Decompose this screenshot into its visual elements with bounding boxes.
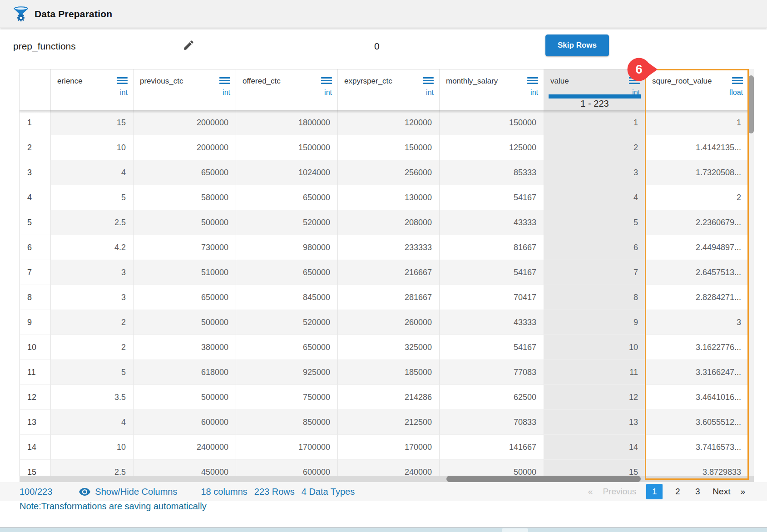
- status-bar: 100/223 Show/Hide Columns 18 columns 223…: [0, 482, 767, 501]
- cell-monthly_salary: 85333: [439, 160, 544, 185]
- horizontal-scrollbar-thumb[interactable]: [446, 476, 641, 482]
- table-row: 455800006500001300005416742: [20, 185, 748, 210]
- cell-expyrsper_ctc: 281667: [337, 285, 439, 310]
- column-header-expyrsper_ctc[interactable]: expyrsper_ctcint: [337, 69, 439, 110]
- column-type-label: int: [120, 89, 128, 97]
- column-type-label: int: [530, 89, 538, 97]
- column-menu-icon[interactable]: [732, 77, 743, 85]
- visible-rows-count: 100/223: [20, 487, 52, 497]
- table-row: 13460000085000021250070833133.6055512...: [20, 410, 748, 435]
- columns-count: 18 columns: [201, 487, 247, 497]
- cell-previous_ctc: 618000: [133, 360, 236, 385]
- edit-dataset-name-button[interactable]: [181, 38, 196, 54]
- table-row: 10238000065000032500054167103.1622776...: [20, 335, 748, 360]
- column-step-badge: 6: [627, 57, 658, 82]
- cell-expyrsper_ctc: 120000: [337, 110, 439, 135]
- row-index: 3: [20, 160, 50, 185]
- cell-squre_root_value: 3.7416573...: [645, 435, 748, 460]
- cell-expyrsper_ctc: 170000: [337, 435, 439, 460]
- cell-squre_root_value: 3: [645, 310, 748, 335]
- badge-number: 6: [635, 63, 642, 76]
- cell-offered_ctc: 1500000: [236, 135, 337, 160]
- column-name: erience: [57, 77, 83, 86]
- cell-erience: 3.5: [50, 385, 133, 410]
- column-header-monthly_salary[interactable]: monthly_salaryint: [439, 69, 544, 110]
- column-type-label: float: [729, 89, 743, 97]
- previous-page-button[interactable]: Previous: [603, 487, 636, 497]
- eye-icon: [79, 486, 91, 498]
- cell-previous_ctc: 2400000: [133, 435, 236, 460]
- cell-value: 13: [544, 410, 645, 435]
- cell-offered_ctc: 1700000: [236, 435, 337, 460]
- cell-value: 5: [544, 210, 645, 235]
- cell-previous_ctc: 500000: [133, 210, 236, 235]
- cell-previous_ctc: 510000: [133, 260, 236, 285]
- cell-erience: 4.2: [50, 235, 133, 260]
- show-hide-columns-button[interactable]: Show/Hide Columns: [79, 486, 177, 498]
- cell-expyrsper_ctc: 212500: [337, 410, 439, 435]
- previous-page-chevron-icon[interactable]: «: [588, 487, 593, 497]
- cell-previous_ctc: 650000: [133, 285, 236, 310]
- data-table: erienceintprevious_ctcintoffered_ctcinte…: [20, 69, 748, 476]
- cell-monthly_salary: 70417: [439, 285, 544, 310]
- page-button-2[interactable]: 2: [673, 487, 683, 497]
- row-index: 8: [20, 285, 50, 310]
- cell-expyrsper_ctc: 240000: [337, 460, 439, 476]
- cell-squre_root_value: 1.7320508...: [645, 160, 748, 185]
- rows-count: 223 Rows: [254, 487, 295, 497]
- cell-erience: 4: [50, 160, 133, 185]
- column-menu-icon[interactable]: [423, 77, 434, 85]
- cell-monthly_salary: 81667: [439, 235, 544, 260]
- cell-value: 10: [544, 335, 645, 360]
- dataset-name-input[interactable]: [12, 35, 178, 57]
- cell-erience: 5: [50, 360, 133, 385]
- row-index: 10: [20, 335, 50, 360]
- cell-monthly_salary: 141667: [439, 435, 544, 460]
- cell-expyrsper_ctc: 233333: [337, 235, 439, 260]
- cell-previous_ctc: 580000: [133, 185, 236, 210]
- column-menu-icon[interactable]: [117, 77, 128, 85]
- column-name: previous_ctc: [140, 77, 183, 86]
- table-row: 123.550000075000021428662500123.4641016.…: [20, 385, 748, 410]
- cell-monthly_salary: 54167: [439, 335, 544, 360]
- skip-rows-input[interactable]: [373, 35, 540, 57]
- cell-previous_ctc: 2000000: [133, 135, 236, 160]
- column-menu-icon[interactable]: [527, 77, 538, 85]
- row-index: 15: [20, 460, 50, 476]
- column-header-previous_ctc[interactable]: previous_ctcint: [133, 69, 236, 110]
- next-page-chevron-icon[interactable]: »: [740, 487, 745, 497]
- cell-squre_root_value: 1: [645, 110, 748, 135]
- data-preparation-app: Data Preparation Skip Rows erienceintpre…: [0, 0, 767, 532]
- table-row: 11561800092500018500077083113.3166247...: [20, 360, 748, 385]
- autosave-note: Note:Transformations are saving automati…: [20, 501, 207, 512]
- column-header-offered_ctc[interactable]: offered_ctcint: [236, 69, 337, 110]
- column-header-squre_root_value[interactable]: squre_root_valuefloat: [645, 69, 748, 110]
- data-grid-viewport: erienceintprevious_ctcintoffered_ctcinte…: [20, 69, 748, 476]
- column-menu-icon[interactable]: [321, 77, 332, 85]
- column-type-label: int: [223, 89, 230, 97]
- cell-value: 12: [544, 385, 645, 410]
- cell-value: 8: [544, 285, 645, 310]
- cell-offered_ctc: 845000: [236, 285, 337, 310]
- row-index: 1: [20, 110, 50, 135]
- row-index: 4: [20, 185, 50, 210]
- page-button-3[interactable]: 3: [693, 487, 703, 497]
- next-page-button[interactable]: Next: [713, 487, 730, 497]
- cell-monthly_salary: 125000: [439, 135, 544, 160]
- column-menu-icon[interactable]: [219, 77, 230, 85]
- cell-offered_ctc: 650000: [236, 185, 337, 210]
- cell-expyrsper_ctc: 256000: [337, 160, 439, 185]
- column-range-bar: [549, 94, 641, 99]
- skip-rows-button[interactable]: Skip Rows: [545, 34, 609, 56]
- cell-expyrsper_ctc: 150000: [337, 135, 439, 160]
- cell-value: 2: [544, 135, 645, 160]
- data-grid: erienceintprevious_ctcintoffered_ctcinte…: [20, 69, 754, 482]
- cell-previous_ctc: 600000: [133, 410, 236, 435]
- cell-offered_ctc: 520000: [236, 210, 337, 235]
- vertical-scrollbar[interactable]: [748, 69, 754, 476]
- horizontal-scrollbar[interactable]: [20, 476, 754, 482]
- vertical-scrollbar-thumb[interactable]: [748, 75, 754, 133]
- column-header-erience[interactable]: erienceint: [50, 69, 133, 110]
- page-button-1[interactable]: 1: [646, 484, 663, 499]
- cell-squre_root_value: 3.3166247...: [645, 360, 748, 385]
